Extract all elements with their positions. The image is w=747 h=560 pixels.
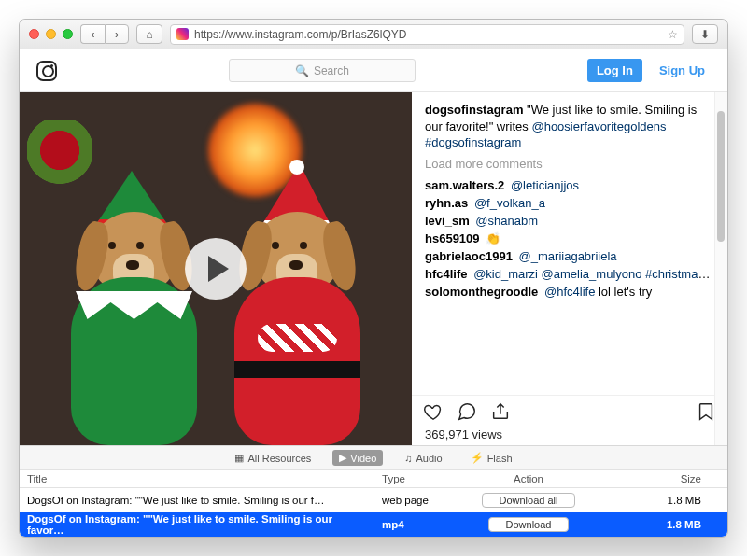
comment-body: @hfc4life lol let's try <box>544 285 652 299</box>
table-row[interactable]: DogsOf on Instagram: ""We just like to s… <box>20 512 727 537</box>
caption-author[interactable]: dogsofinstagram <box>425 103 523 117</box>
download-button[interactable]: Download all <box>482 493 576 508</box>
flash-icon: ⚡ <box>471 452 484 464</box>
scrollbar[interactable] <box>714 92 727 445</box>
load-more-comments[interactable]: Load more comments <box>412 157 727 176</box>
caption-mention[interactable]: @hoosierfavoritegoldens <box>531 119 666 133</box>
instagram-header: 🔍 Search Log In Sign Up <box>20 49 727 92</box>
comment-user[interactable]: solomonthegroodle <box>425 285 538 299</box>
resources-table: Title Type Action Size DogsOf on Instagr… <box>20 469 727 537</box>
downloads-button[interactable]: ⬇ <box>692 24 718 44</box>
tab-all-resources[interactable]: ▦All Resources <box>228 450 317 466</box>
post-media[interactable] <box>20 92 412 445</box>
cell-size: 1.8 MB <box>608 492 727 509</box>
comment: gabrielaoc1991 @_mariiagabriiela <box>425 247 714 265</box>
page-content: 🔍 Search Log In Sign Up <box>20 49 727 537</box>
video-icon: ▶ <box>339 452 346 464</box>
instagram-logo-icon[interactable] <box>36 61 57 81</box>
mention-link[interactable]: @f_volkan_a <box>474 196 545 210</box>
view-count: 369,971 views <box>412 427 727 445</box>
comments-list: sam.walters.2 @leticianjjosryhn.as @f_vo… <box>412 176 727 301</box>
post-body: dogsofinstagram "We just like to smile. … <box>20 92 727 445</box>
tab-video[interactable]: ▶Video <box>332 450 383 466</box>
forward-button[interactable]: › <box>105 24 129 44</box>
login-button[interactable]: Log In <box>587 59 642 82</box>
cell-title: DogsOf on Instagram: ""We just like to s… <box>20 511 374 537</box>
mention-link[interactable]: @shanabm <box>475 214 538 228</box>
comment-body: @_mariiagabriiela <box>519 249 617 263</box>
table-row[interactable]: DogsOf on Instagram: ""We just like to s… <box>20 488 727 512</box>
browser-window: ‹ › ⌂ https://www.instagram.com/p/BrIasZ… <box>19 19 728 538</box>
mention-link[interactable]: @_mariiagabriiela <box>519 249 617 263</box>
resource-type-bar: ▦All Resources ▶Video ♫Audio ⚡Flash <box>20 445 727 469</box>
mention-link[interactable]: @amelia_mulyono <box>542 267 642 281</box>
minimize-window-button[interactable] <box>46 29 56 39</box>
mention-link[interactable]: @leticianjjos <box>511 178 579 192</box>
comment-body: @leticianjjos <box>511 178 579 192</box>
bookmark-post-icon[interactable] <box>696 401 716 422</box>
comment-user[interactable]: gabrielaoc1991 <box>425 249 513 263</box>
fireplace-icon <box>208 104 302 197</box>
close-window-button[interactable] <box>29 29 39 39</box>
play-button-icon[interactable] <box>185 238 247 300</box>
comment: ryhn.as @f_volkan_a <box>425 194 714 212</box>
poinsettia-icon <box>27 120 92 195</box>
table-header: Title Type Action Size <box>20 469 727 488</box>
search-input[interactable]: 🔍 Search <box>229 59 416 82</box>
download-button[interactable]: Download <box>488 517 570 532</box>
back-button[interactable]: ‹ <box>80 24 105 44</box>
nav-buttons: ‹ › <box>80 24 129 44</box>
comment-user[interactable]: levi_sm <box>425 214 470 228</box>
cell-type: web page <box>374 492 449 509</box>
post-actions <box>412 395 727 427</box>
cell-type: mp4 <box>374 516 449 533</box>
comment: sam.walters.2 @leticianjjos <box>425 176 714 194</box>
comment: solomonthegroodle @hfc4life lol let's tr… <box>425 283 714 301</box>
grid-icon: ▦ <box>234 452 244 464</box>
comment: hfc4life @kid_marzi @amelia_mulyono #chr… <box>425 265 714 283</box>
dog-elf <box>57 203 211 445</box>
search-placeholder: Search <box>314 64 349 77</box>
col-size[interactable]: Size <box>608 470 727 487</box>
col-type[interactable]: Type <box>374 470 449 487</box>
comment-body: 👏 <box>486 231 500 245</box>
cell-size: 1.8 MB <box>608 516 727 533</box>
window-controls <box>29 29 73 39</box>
like-icon[interactable] <box>423 401 444 422</box>
post-caption: dogsofinstagram "We just like to smile. … <box>412 92 727 157</box>
comment-body: @kid_marzi @amelia_mulyono #christmasgoa… <box>473 267 714 281</box>
titlebar: ‹ › ⌂ https://www.instagram.com/p/BrIasZ… <box>20 20 727 49</box>
audio-icon: ♫ <box>404 453 412 464</box>
col-action[interactable]: Action <box>449 470 608 487</box>
home-button[interactable]: ⌂ <box>136 24 162 44</box>
comment: hs659109 👏 <box>425 230 714 247</box>
comment-icon[interactable] <box>457 401 477 422</box>
caption-hashtag[interactable]: #dogsofinstagram <box>425 135 521 149</box>
instagram-favicon <box>176 28 189 40</box>
mention-link[interactable]: @hfc4life <box>544 285 595 299</box>
search-icon: 🔍 <box>295 64 309 77</box>
tab-audio[interactable]: ♫Audio <box>398 451 448 466</box>
col-title[interactable]: Title <box>20 470 374 487</box>
comment-user[interactable]: ryhn.as <box>425 196 468 210</box>
cell-title: DogsOf on Instagram: ""We just like to s… <box>20 492 374 509</box>
scroll-thumb[interactable] <box>717 111 725 242</box>
zoom-window-button[interactable] <box>63 29 73 39</box>
bookmark-icon[interactable]: ☆ <box>668 28 678 41</box>
address-bar[interactable]: https://www.instagram.com/p/BrIasZ6lQYD … <box>170 24 684 45</box>
mention-link[interactable]: @kid_marzi <box>473 267 538 281</box>
comment-user[interactable]: hs659109 <box>425 231 480 245</box>
mention-link[interactable]: #christmasgoals <box>645 267 714 281</box>
dog-santa <box>220 203 374 445</box>
cell-action: Download all <box>449 490 608 511</box>
comment-user[interactable]: hfc4life <box>425 267 468 281</box>
tab-flash[interactable]: ⚡Flash <box>464 450 519 466</box>
comment-body: @f_volkan_a <box>474 196 545 210</box>
cell-action: Download <box>449 514 608 535</box>
comment: levi_sm @shanabm <box>425 212 714 230</box>
comment-user[interactable]: sam.walters.2 <box>425 178 504 192</box>
signup-link[interactable]: Sign Up <box>654 63 711 77</box>
comment-body: @shanabm <box>475 214 538 228</box>
post-sidebar: dogsofinstagram "We just like to smile. … <box>412 92 727 445</box>
share-icon[interactable] <box>490 401 511 422</box>
